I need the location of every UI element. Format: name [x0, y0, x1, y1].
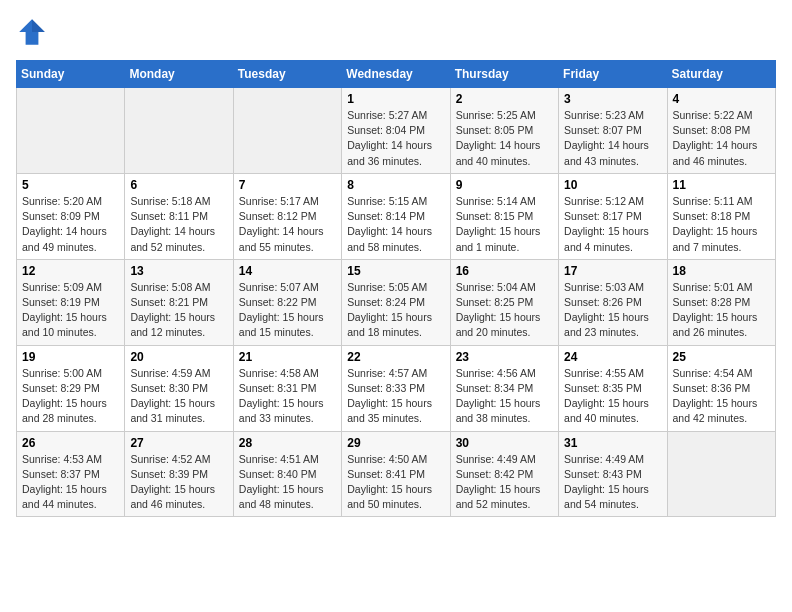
day-info: Sunrise: 5:05 AM Sunset: 8:24 PM Dayligh…: [347, 280, 444, 341]
day-number: 15: [347, 264, 444, 278]
weekday-header: Monday: [125, 61, 233, 88]
day-info: Sunrise: 5:11 AM Sunset: 8:18 PM Dayligh…: [673, 194, 770, 255]
day-info: Sunrise: 5:04 AM Sunset: 8:25 PM Dayligh…: [456, 280, 553, 341]
calendar-week-row: 26Sunrise: 4:53 AM Sunset: 8:37 PM Dayli…: [17, 431, 776, 517]
calendar-week-row: 19Sunrise: 5:00 AM Sunset: 8:29 PM Dayli…: [17, 345, 776, 431]
day-number: 24: [564, 350, 661, 364]
calendar-cell: 2Sunrise: 5:25 AM Sunset: 8:05 PM Daylig…: [450, 88, 558, 174]
day-number: 19: [22, 350, 119, 364]
day-info: Sunrise: 4:51 AM Sunset: 8:40 PM Dayligh…: [239, 452, 336, 513]
day-info: Sunrise: 4:49 AM Sunset: 8:42 PM Dayligh…: [456, 452, 553, 513]
day-info: Sunrise: 5:17 AM Sunset: 8:12 PM Dayligh…: [239, 194, 336, 255]
day-info: Sunrise: 4:53 AM Sunset: 8:37 PM Dayligh…: [22, 452, 119, 513]
day-number: 1: [347, 92, 444, 106]
day-info: Sunrise: 5:00 AM Sunset: 8:29 PM Dayligh…: [22, 366, 119, 427]
weekday-header: Thursday: [450, 61, 558, 88]
calendar-cell: 20Sunrise: 4:59 AM Sunset: 8:30 PM Dayli…: [125, 345, 233, 431]
day-number: 17: [564, 264, 661, 278]
day-info: Sunrise: 5:14 AM Sunset: 8:15 PM Dayligh…: [456, 194, 553, 255]
calendar-cell: [667, 431, 775, 517]
calendar-cell: 8Sunrise: 5:15 AM Sunset: 8:14 PM Daylig…: [342, 173, 450, 259]
calendar-cell: 27Sunrise: 4:52 AM Sunset: 8:39 PM Dayli…: [125, 431, 233, 517]
weekday-header: Sunday: [17, 61, 125, 88]
calendar-cell: 17Sunrise: 5:03 AM Sunset: 8:26 PM Dayli…: [559, 259, 667, 345]
calendar-cell: 10Sunrise: 5:12 AM Sunset: 8:17 PM Dayli…: [559, 173, 667, 259]
calendar-week-row: 12Sunrise: 5:09 AM Sunset: 8:19 PM Dayli…: [17, 259, 776, 345]
day-info: Sunrise: 5:01 AM Sunset: 8:28 PM Dayligh…: [673, 280, 770, 341]
day-info: Sunrise: 5:03 AM Sunset: 8:26 PM Dayligh…: [564, 280, 661, 341]
day-info: Sunrise: 5:20 AM Sunset: 8:09 PM Dayligh…: [22, 194, 119, 255]
day-number: 29: [347, 436, 444, 450]
day-number: 14: [239, 264, 336, 278]
day-info: Sunrise: 5:08 AM Sunset: 8:21 PM Dayligh…: [130, 280, 227, 341]
day-number: 10: [564, 178, 661, 192]
calendar-cell: [125, 88, 233, 174]
day-info: Sunrise: 5:07 AM Sunset: 8:22 PM Dayligh…: [239, 280, 336, 341]
day-number: 25: [673, 350, 770, 364]
day-number: 11: [673, 178, 770, 192]
day-number: 13: [130, 264, 227, 278]
day-info: Sunrise: 5:09 AM Sunset: 8:19 PM Dayligh…: [22, 280, 119, 341]
calendar-cell: 13Sunrise: 5:08 AM Sunset: 8:21 PM Dayli…: [125, 259, 233, 345]
day-info: Sunrise: 4:49 AM Sunset: 8:43 PM Dayligh…: [564, 452, 661, 513]
calendar-week-row: 1Sunrise: 5:27 AM Sunset: 8:04 PM Daylig…: [17, 88, 776, 174]
day-number: 16: [456, 264, 553, 278]
day-number: 18: [673, 264, 770, 278]
day-number: 28: [239, 436, 336, 450]
day-number: 7: [239, 178, 336, 192]
day-number: 30: [456, 436, 553, 450]
calendar-cell: 9Sunrise: 5:14 AM Sunset: 8:15 PM Daylig…: [450, 173, 558, 259]
calendar-cell: 28Sunrise: 4:51 AM Sunset: 8:40 PM Dayli…: [233, 431, 341, 517]
day-info: Sunrise: 5:27 AM Sunset: 8:04 PM Dayligh…: [347, 108, 444, 169]
calendar-cell: 12Sunrise: 5:09 AM Sunset: 8:19 PM Dayli…: [17, 259, 125, 345]
calendar-cell: 25Sunrise: 4:54 AM Sunset: 8:36 PM Dayli…: [667, 345, 775, 431]
day-number: 4: [673, 92, 770, 106]
weekday-header: Tuesday: [233, 61, 341, 88]
calendar-cell: 19Sunrise: 5:00 AM Sunset: 8:29 PM Dayli…: [17, 345, 125, 431]
logo-icon: [16, 16, 48, 48]
calendar-cell: 18Sunrise: 5:01 AM Sunset: 8:28 PM Dayli…: [667, 259, 775, 345]
calendar-cell: 7Sunrise: 5:17 AM Sunset: 8:12 PM Daylig…: [233, 173, 341, 259]
day-info: Sunrise: 5:25 AM Sunset: 8:05 PM Dayligh…: [456, 108, 553, 169]
day-number: 5: [22, 178, 119, 192]
day-info: Sunrise: 5:18 AM Sunset: 8:11 PM Dayligh…: [130, 194, 227, 255]
weekday-header: Friday: [559, 61, 667, 88]
calendar-cell: 22Sunrise: 4:57 AM Sunset: 8:33 PM Dayli…: [342, 345, 450, 431]
page-header: [16, 16, 776, 48]
day-number: 12: [22, 264, 119, 278]
day-number: 27: [130, 436, 227, 450]
day-info: Sunrise: 4:58 AM Sunset: 8:31 PM Dayligh…: [239, 366, 336, 427]
calendar-cell: 23Sunrise: 4:56 AM Sunset: 8:34 PM Dayli…: [450, 345, 558, 431]
day-number: 23: [456, 350, 553, 364]
day-info: Sunrise: 5:12 AM Sunset: 8:17 PM Dayligh…: [564, 194, 661, 255]
day-info: Sunrise: 5:15 AM Sunset: 8:14 PM Dayligh…: [347, 194, 444, 255]
calendar-cell: 21Sunrise: 4:58 AM Sunset: 8:31 PM Dayli…: [233, 345, 341, 431]
calendar-cell: [233, 88, 341, 174]
calendar-week-row: 5Sunrise: 5:20 AM Sunset: 8:09 PM Daylig…: [17, 173, 776, 259]
calendar-cell: 15Sunrise: 5:05 AM Sunset: 8:24 PM Dayli…: [342, 259, 450, 345]
weekday-header-row: SundayMondayTuesdayWednesdayThursdayFrid…: [17, 61, 776, 88]
day-info: Sunrise: 4:57 AM Sunset: 8:33 PM Dayligh…: [347, 366, 444, 427]
calendar-cell: 6Sunrise: 5:18 AM Sunset: 8:11 PM Daylig…: [125, 173, 233, 259]
calendar-cell: 29Sunrise: 4:50 AM Sunset: 8:41 PM Dayli…: [342, 431, 450, 517]
calendar-cell: 16Sunrise: 5:04 AM Sunset: 8:25 PM Dayli…: [450, 259, 558, 345]
logo: [16, 16, 52, 48]
calendar-cell: 3Sunrise: 5:23 AM Sunset: 8:07 PM Daylig…: [559, 88, 667, 174]
day-number: 22: [347, 350, 444, 364]
calendar-cell: 11Sunrise: 5:11 AM Sunset: 8:18 PM Dayli…: [667, 173, 775, 259]
day-number: 26: [22, 436, 119, 450]
calendar-cell: 14Sunrise: 5:07 AM Sunset: 8:22 PM Dayli…: [233, 259, 341, 345]
calendar-cell: 31Sunrise: 4:49 AM Sunset: 8:43 PM Dayli…: [559, 431, 667, 517]
day-number: 3: [564, 92, 661, 106]
day-info: Sunrise: 4:59 AM Sunset: 8:30 PM Dayligh…: [130, 366, 227, 427]
calendar-cell: 30Sunrise: 4:49 AM Sunset: 8:42 PM Dayli…: [450, 431, 558, 517]
calendar-cell: 24Sunrise: 4:55 AM Sunset: 8:35 PM Dayli…: [559, 345, 667, 431]
weekday-header: Wednesday: [342, 61, 450, 88]
weekday-header: Saturday: [667, 61, 775, 88]
day-number: 9: [456, 178, 553, 192]
day-info: Sunrise: 4:56 AM Sunset: 8:34 PM Dayligh…: [456, 366, 553, 427]
day-number: 20: [130, 350, 227, 364]
day-number: 6: [130, 178, 227, 192]
day-info: Sunrise: 4:50 AM Sunset: 8:41 PM Dayligh…: [347, 452, 444, 513]
calendar-cell: 26Sunrise: 4:53 AM Sunset: 8:37 PM Dayli…: [17, 431, 125, 517]
